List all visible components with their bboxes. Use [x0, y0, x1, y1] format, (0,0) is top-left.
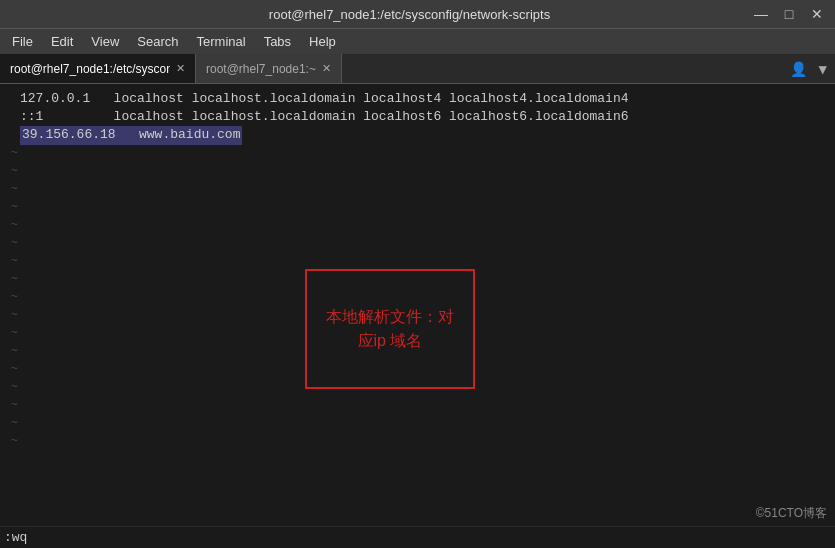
annotation-text: 本地解析文件：对应ip 域名 [326, 305, 454, 353]
maximize-button[interactable]: □ [779, 6, 799, 22]
gutter-16: ~ [6, 361, 20, 379]
term-line-3: 39.156.66.18 www.baidu.com [6, 126, 829, 144]
gutter-20: ~ [6, 433, 20, 451]
menu-search[interactable]: Search [129, 32, 186, 51]
gutter-19: ~ [6, 415, 20, 433]
menu-tabs[interactable]: Tabs [256, 32, 299, 51]
term-line-10: ~ [6, 253, 829, 271]
term-text-1: 127.0.0.1 localhost localhost.localdomai… [20, 90, 629, 108]
gutter-6: ~ [6, 181, 20, 199]
window-controls: — □ ✕ [751, 6, 827, 22]
gutter-15: ~ [6, 343, 20, 361]
tab-spacer: 👤 ▼ [342, 54, 835, 83]
command-line[interactable]: :wq [0, 526, 835, 548]
title-bar: root@rhel7_node1:/etc/sysconfig/network-… [0, 0, 835, 28]
term-line-8: ~ [6, 217, 829, 235]
menu-view[interactable]: View [83, 32, 127, 51]
gutter-12: ~ [6, 289, 20, 307]
menu-bar: File Edit View Search Terminal Tabs Help [0, 28, 835, 54]
terminal-area[interactable]: 127.0.0.1 localhost localhost.localdomai… [0, 84, 835, 526]
gutter-2 [6, 108, 20, 126]
tab-1[interactable]: root@rhel7_node1:~ ✕ [196, 54, 342, 83]
term-text-3: 39.156.66.18 www.baidu.com [20, 126, 242, 144]
term-text-2: ::1 localhost localhost.localdomain loca… [20, 108, 629, 126]
gutter-5: ~ [6, 163, 20, 181]
tab-actions: 👤 ▼ [786, 59, 831, 79]
tab-0-close[interactable]: ✕ [176, 62, 185, 75]
gutter-7: ~ [6, 199, 20, 217]
gutter-13: ~ [6, 307, 20, 325]
new-tab-button[interactable]: 👤 [786, 59, 811, 79]
gutter-11: ~ [6, 271, 20, 289]
term-line-7: ~ [6, 199, 829, 217]
menu-file[interactable]: File [4, 32, 41, 51]
term-line-2: ::1 localhost localhost.localdomain loca… [6, 108, 829, 126]
term-line-5: ~ [6, 163, 829, 181]
gutter-14: ~ [6, 325, 20, 343]
command-text: :wq [4, 530, 27, 545]
gutter-1 [6, 90, 20, 108]
close-button[interactable]: ✕ [807, 6, 827, 22]
tab-bar: root@rhel7_node1:/etc/sysconfig/network-… [0, 54, 835, 84]
term-line-6: ~ [6, 181, 829, 199]
gutter-10: ~ [6, 253, 20, 271]
term-line-1: 127.0.0.1 localhost localhost.localdomai… [6, 90, 829, 108]
gutter-4: ~ [6, 145, 20, 163]
minimize-button[interactable]: — [751, 6, 771, 22]
term-line-19: ~ [6, 415, 829, 433]
tab-1-label: root@rhel7_node1:~ [206, 62, 316, 76]
gutter-8: ~ [6, 217, 20, 235]
gutter-3 [6, 126, 20, 144]
menu-edit[interactable]: Edit [43, 32, 81, 51]
gutter-9: ~ [6, 235, 20, 253]
terminal-window: root@rhel7_node1:/etc/sysconfig/network-… [0, 0, 835, 548]
tab-1-close[interactable]: ✕ [322, 62, 331, 75]
menu-terminal[interactable]: Terminal [189, 32, 254, 51]
term-line-9: ~ [6, 235, 829, 253]
tab-0[interactable]: root@rhel7_node1:/etc/sysconfig/network-… [0, 54, 196, 83]
window-title: root@rhel7_node1:/etc/sysconfig/network-… [68, 7, 751, 22]
tab-menu-button[interactable]: ▼ [815, 59, 831, 79]
gutter-18: ~ [6, 397, 20, 415]
watermark: ©51CTO博客 [756, 505, 827, 522]
term-line-4: ~ [6, 145, 829, 163]
menu-help[interactable]: Help [301, 32, 344, 51]
annotation-box: 本地解析文件：对应ip 域名 [305, 269, 475, 389]
tab-0-label: root@rhel7_node1:/etc/sysconfig/network-… [10, 62, 170, 76]
term-line-20: ~ [6, 433, 829, 451]
gutter-17: ~ [6, 379, 20, 397]
term-line-18: ~ [6, 397, 829, 415]
